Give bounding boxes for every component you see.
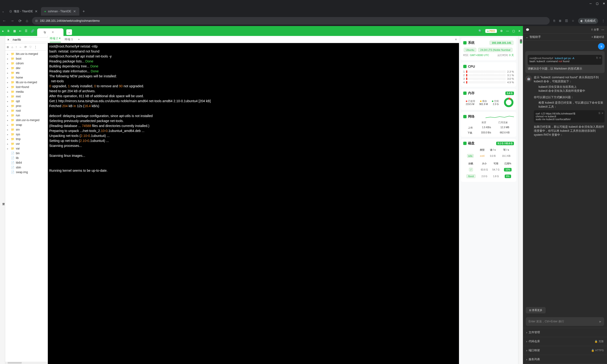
- forward-icon[interactable]: →: [10, 19, 14, 23]
- tree-item[interactable]: 📄lib64: [5, 160, 48, 165]
- new-tab-icon[interactable]: +: [83, 9, 85, 13]
- tree-item[interactable]: ▸📁lost+found: [5, 85, 48, 89]
- browser-tab-1[interactable]: ● sshman - TitanIDE ✕: [41, 7, 79, 16]
- close-panel-icon[interactable]: ✕: [455, 38, 457, 41]
- more-icon[interactable]: ⋯: [601, 28, 604, 31]
- close-icon[interactable]: ✕: [518, 29, 521, 33]
- extensions-icon[interactable]: ⊞: [559, 19, 561, 23]
- tab-dropdown-icon[interactable]: ⌄: [2, 10, 4, 13]
- install-icon[interactable]: ⎘: [553, 19, 555, 23]
- tree-item[interactable]: ▸📁opt: [5, 99, 48, 104]
- chat-tab-label[interactable]: 智能助手: [530, 35, 541, 39]
- new-chat-button[interactable]: + 新建对话: [592, 35, 604, 39]
- url-input[interactable]: ⊟ 192.168.101.144/ide/web/coding/sshman/…: [32, 17, 550, 25]
- tree-item[interactable]: ▸📁run: [5, 113, 48, 118]
- horizontal-scrollbar[interactable]: [5, 362, 48, 364]
- tree-item[interactable]: ▸📁sbin.usr-is-merged: [5, 118, 48, 122]
- tree-item[interactable]: ▸📁root: [5, 108, 48, 113]
- cpu-card: CPU 12.3 %23.1 %33.0 %44.9 %: [461, 62, 516, 87]
- password-icon[interactable]: ⚿: [565, 19, 568, 23]
- right-rail[interactable]: 书签管理 上传列表 下载列表 监控: [518, 36, 523, 364]
- more-icon[interactable]: ⋮: [34, 45, 37, 49]
- tree-item[interactable]: ▸📁dev: [5, 66, 48, 70]
- terminal-tab-1[interactable]: 终端 1: [65, 37, 73, 41]
- list-icon[interactable]: ☰: [25, 29, 28, 33]
- tree-item[interactable]: ▸📁snap: [5, 122, 48, 127]
- back-icon[interactable]: ←: [2, 19, 6, 23]
- wrap-icon[interactable]: ≡: [602, 112, 603, 115]
- tree-item[interactable]: ▸📁cdrom: [5, 61, 48, 66]
- chat-input[interactable]: Enter 发送，Ctrl+Enter 换行 ➤: [526, 317, 604, 326]
- terminal-output[interactable]: root@root:/home/ly# netstat -ntlpbash: n…: [48, 43, 459, 364]
- up-icon[interactable]: ↑: [15, 45, 17, 49]
- heart-icon[interactable]: ♡: [29, 45, 32, 49]
- tree-item[interactable]: 📄lib: [5, 156, 48, 160]
- tree-item[interactable]: ▸📁tmp: [5, 137, 48, 142]
- grid-icon[interactable]: ▦: [13, 29, 16, 33]
- show-more-button[interactable]: ⊟ 查看更多: [526, 307, 546, 313]
- bookmark-icon[interactable]: ☆: [572, 19, 574, 23]
- maximize-icon[interactable]: ▢: [512, 29, 515, 33]
- section-row[interactable]: ›文件管理: [523, 328, 607, 337]
- tree-item[interactable]: ▸📁sys: [5, 132, 48, 137]
- back-icon[interactable]: ←: [19, 45, 22, 49]
- gear-icon[interactable]: ⚙: [500, 29, 503, 33]
- copy-icon[interactable]: ⎘: [599, 112, 600, 115]
- section-row[interactable]: ›服务列表: [523, 355, 607, 364]
- close-panel-icon[interactable]: ✕: [7, 38, 10, 41]
- svg-point-0: [505, 99, 512, 106]
- left-rail[interactable]: 文件管理 书签 面板管理 历史命令: [0, 36, 5, 364]
- share-button[interactable]: ⇪ 分享: [591, 28, 599, 31]
- home-icon[interactable]: ⌂: [26, 19, 28, 23]
- tree-item[interactable]: ▸📁lib.usr-is-merged: [5, 80, 48, 85]
- tree-item[interactable]: ▸📁etc: [5, 70, 48, 75]
- chevron-down-icon[interactable]: ⌄: [526, 36, 528, 39]
- close-icon[interactable]: ✕: [58, 37, 61, 40]
- file-icon[interactable]: 🗎: [7, 29, 10, 33]
- home-icon[interactable]: ⌂: [11, 45, 13, 49]
- tree-item[interactable]: ▸📁var: [5, 146, 48, 151]
- section-row[interactable]: ›代码仓库🔒 克隆: [523, 337, 607, 346]
- tree-item[interactable]: 📄swap.img: [5, 170, 48, 175]
- chat-icon[interactable]: 💬: [526, 28, 529, 31]
- locate-icon[interactable]: ⊕: [7, 45, 9, 49]
- close-editor-tab-icon[interactable]: ✕: [52, 30, 54, 34]
- tree-item[interactable]: 📄bin: [5, 151, 48, 156]
- send-icon[interactable]: ➤: [599, 320, 601, 323]
- link-icon[interactable]: 🔗: [31, 29, 34, 33]
- tree-item[interactable]: ▸📁proc: [5, 104, 48, 108]
- tree-item[interactable]: ▸📁media: [5, 89, 48, 94]
- close-icon[interactable]: ✕: [603, 2, 605, 5]
- tree-item[interactable]: ▸📁boot: [5, 56, 48, 61]
- menu-icon[interactable]: ⋮: [602, 19, 605, 23]
- copy-icon[interactable]: ⎘: [596, 56, 598, 59]
- minimize-icon[interactable]: ─: [590, 2, 592, 5]
- search-icon[interactable]: 🔍: [478, 29, 482, 33]
- browser-tab-0[interactable]: ⟨⟩ 项目 - TitanIDE ✕: [6, 7, 41, 16]
- tree-item[interactable]: ▸📁home: [5, 75, 48, 80]
- path-input[interactable]: [11, 37, 50, 42]
- minimize-icon[interactable]: —: [506, 29, 509, 33]
- tree-item[interactable]: ▸📁mnt: [5, 94, 48, 99]
- card-title: 磁盘: [468, 141, 475, 145]
- close-tab-icon[interactable]: ✕: [73, 10, 76, 13]
- maximize-icon[interactable]: ▢: [596, 2, 598, 5]
- tab-dropdown[interactable]: ⌄: [66, 29, 72, 35]
- section-row[interactable]: ›端口映射🔒 HTTPS: [523, 346, 607, 355]
- editor-tab[interactable]: ly ✕: [37, 28, 63, 36]
- new-terminal-icon[interactable]: +: [78, 38, 80, 41]
- tree-item[interactable]: ▸📁bin.usr-is-merged: [5, 52, 48, 56]
- ip-pill[interactable]: 192.168.101.141: [490, 41, 513, 45]
- reload-icon[interactable]: ⟳: [18, 19, 22, 23]
- tree-item[interactable]: 📄sbin: [5, 165, 48, 170]
- wrap-icon[interactable]: ≡: [599, 56, 601, 59]
- incognito-badge[interactable]: ◐ 无痕模式: [578, 18, 598, 24]
- terminal-icon[interactable]: ▸: [2, 29, 4, 33]
- close-tab-icon[interactable]: ✕: [35, 10, 38, 13]
- indent-icon[interactable]: ⇤: [19, 29, 22, 33]
- site-info-icon[interactable]: ⊟: [35, 19, 38, 23]
- refresh-icon[interactable]: ⟳: [24, 45, 27, 49]
- tree-item[interactable]: ▸📁srv: [5, 127, 48, 132]
- terminal-tab-2[interactable]: 终端 2 ✕: [50, 36, 61, 42]
- tree-item[interactable]: ▸📁usr: [5, 142, 48, 146]
